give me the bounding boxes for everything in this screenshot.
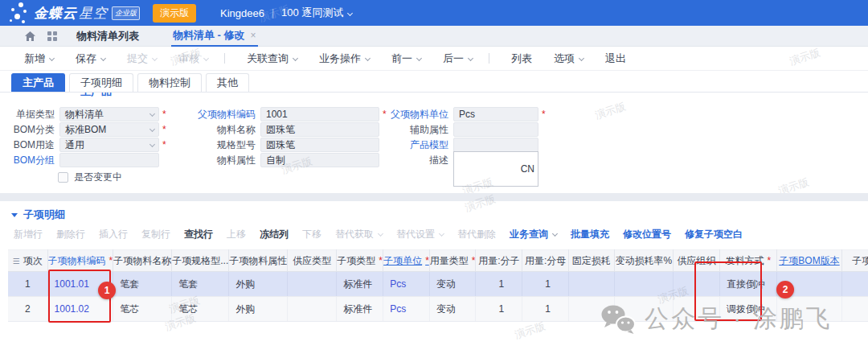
- tab-material-list[interactable]: 物料清单列表: [76, 29, 139, 43]
- modify-position-button[interactable]: 修改位置号: [623, 228, 671, 241]
- tab-bar: 物料清单列表 物料清单 - 修改 ×: [0, 26, 868, 47]
- substitute-get-button[interactable]: 替代获取: [335, 228, 383, 241]
- bom-group-input[interactable]: [59, 153, 159, 167]
- cell-sub-unit-link[interactable]: Pcs: [383, 297, 430, 322]
- chevron-down-icon: [416, 55, 422, 60]
- column-header-numerator[interactable]: 用量:分子: [476, 250, 522, 272]
- material-attr-input[interactable]: 自制: [260, 153, 379, 167]
- cell-denominator[interactable]: 1: [522, 297, 569, 322]
- cell-variable-loss[interactable]: [614, 272, 673, 297]
- field-bom-category: BOM分类 标准BOM *: [6, 122, 166, 137]
- next-button[interactable]: 后一: [443, 51, 473, 66]
- column-header-seq[interactable]: ☰项次: [8, 250, 47, 272]
- spec-model-input[interactable]: 圆珠笔: [260, 138, 379, 152]
- cell-sub-spec[interactable]: 笔套: [172, 272, 229, 297]
- audit-button[interactable]: 审核: [178, 51, 208, 66]
- related-query-button[interactable]: 关联查询: [247, 51, 297, 66]
- description-textarea[interactable]: CN: [453, 151, 538, 187]
- cell-sub-product[interactable]: [842, 272, 868, 297]
- tab-material-edit-active[interactable]: 物料清单 - 修改 ×: [171, 26, 258, 47]
- kingdee-logo-icon: [8, 2, 34, 24]
- parent-unit-input[interactable]: Pcs: [453, 107, 538, 121]
- list-button[interactable]: 列表: [511, 51, 532, 66]
- insert-row-button[interactable]: 插入行: [99, 228, 128, 241]
- find-row-button[interactable]: 查找行: [184, 228, 213, 241]
- column-header-supply-type[interactable]: 供应类型: [288, 250, 337, 272]
- column-header-fixed-loss[interactable]: 固定损耗: [568, 250, 614, 272]
- column-header-sub-product[interactable]: 子项产品: [842, 250, 868, 272]
- product-model-input[interactable]: [453, 138, 538, 152]
- move-up-button[interactable]: 上移: [227, 228, 246, 241]
- save-button[interactable]: 保存: [76, 51, 105, 66]
- bom-category-select[interactable]: 标准BOM: [59, 122, 159, 137]
- parent-code-link-label[interactable]: 父项物料编码: [153, 108, 256, 121]
- cell-numerator[interactable]: 1: [476, 272, 522, 297]
- tab-sub-item-detail[interactable]: 子项明细: [69, 73, 133, 92]
- organization-selector[interactable]: 100 逐同测试: [281, 6, 343, 20]
- batch-fill-button[interactable]: 批量填充: [571, 228, 609, 241]
- business-operation-button[interactable]: 业务操作: [319, 51, 370, 66]
- cell-sub-name[interactable]: 笔套: [113, 272, 172, 297]
- cell-sub-attr[interactable]: 外购: [229, 297, 288, 322]
- tab-other[interactable]: 其他: [206, 73, 249, 92]
- bom-usage-select[interactable]: 通用: [59, 138, 159, 152]
- cell-sub-type[interactable]: 标准件: [337, 297, 383, 322]
- list-icon: ☰: [13, 257, 20, 266]
- previous-button[interactable]: 前一: [391, 51, 421, 66]
- changing-checkbox[interactable]: [58, 172, 68, 183]
- add-row-button[interactable]: 新增行: [14, 228, 43, 241]
- column-header-sub-bom-version[interactable]: 子项BOM版本: [776, 250, 842, 272]
- cell-sub-product[interactable]: [842, 297, 868, 322]
- tab-material-control[interactable]: 物料控制: [137, 73, 202, 92]
- cell-numerator[interactable]: 1: [476, 297, 522, 322]
- detail-section-header[interactable]: 子项明细: [0, 201, 868, 222]
- cell-supply-type[interactable]: [288, 272, 337, 297]
- business-query-button[interactable]: 业务查询: [510, 228, 557, 241]
- exit-button[interactable]: 退出: [605, 51, 626, 66]
- cell-sub-name[interactable]: 笔芯: [113, 297, 172, 322]
- copy-row-button[interactable]: 复制行: [141, 228, 170, 241]
- column-header-variable-loss[interactable]: 变动损耗率%: [614, 250, 673, 272]
- substitute-set-button[interactable]: 替代设置: [396, 228, 444, 241]
- cell-sub-spec[interactable]: 笔芯: [172, 297, 229, 322]
- product-model-link-label[interactable]: 产品模型: [375, 138, 448, 152]
- parent-code-input[interactable]: 1001: [260, 107, 379, 121]
- column-header-sub-name[interactable]: 子项物料名称: [113, 250, 172, 272]
- chevron-down-icon[interactable]: [347, 10, 353, 15]
- cell-fixed-loss[interactable]: [568, 272, 614, 297]
- cell-seq[interactable]: 1: [8, 272, 47, 297]
- cell-sub-type[interactable]: 标准件: [337, 272, 383, 297]
- column-header-sub-unit[interactable]: 子项单位*: [383, 250, 430, 272]
- aux-attr-input[interactable]: [453, 122, 538, 137]
- cell-denominator[interactable]: 1: [522, 272, 569, 297]
- apps-grid-icon[interactable]: [47, 31, 57, 41]
- cell-usage-type[interactable]: 变动: [429, 297, 476, 322]
- column-header-sub-spec[interactable]: 子项规格型...: [172, 250, 229, 272]
- column-header-sub-attr[interactable]: 子项物料属性: [229, 250, 288, 272]
- freeze-column-button[interactable]: 冻结列: [260, 228, 289, 241]
- column-header-sub-code[interactable]: 子项物料编码*: [47, 250, 113, 272]
- bill-type-select[interactable]: 物料清单: [59, 107, 159, 121]
- column-header-sub-type[interactable]: 子项类型*: [337, 250, 383, 272]
- column-header-usage-type[interactable]: 用量类型*: [429, 250, 476, 272]
- material-name-input[interactable]: 圆珠笔: [260, 122, 379, 137]
- close-icon[interactable]: ×: [251, 30, 256, 41]
- cell-supply-type[interactable]: [288, 297, 337, 322]
- column-header-denominator[interactable]: 用量:分母: [522, 250, 569, 272]
- options-button[interactable]: 选项: [554, 51, 583, 66]
- substitute-delete-button[interactable]: 替代删除: [457, 228, 496, 241]
- cell-seq[interactable]: 2: [8, 297, 47, 322]
- submit-button[interactable]: 提交: [127, 51, 157, 66]
- cell-sub-unit-link[interactable]: Pcs: [383, 272, 430, 297]
- parent-unit-link-label[interactable]: 父项物料单位: [375, 108, 448, 121]
- cell-sub-attr[interactable]: 外购: [229, 272, 288, 297]
- delete-row-button[interactable]: 删除行: [56, 228, 85, 241]
- move-down-button[interactable]: 下移: [302, 228, 321, 241]
- bom-group-link-label[interactable]: BOM分组: [6, 154, 55, 167]
- tab-main-product[interactable]: 主产品: [11, 73, 65, 92]
- repair-blank-button[interactable]: 修复子项空白: [685, 228, 743, 241]
- home-icon[interactable]: [24, 31, 36, 42]
- cell-usage-type[interactable]: 变动: [429, 272, 476, 297]
- field-label: BOM用途: [6, 138, 55, 152]
- new-button[interactable]: 新增: [24, 51, 54, 66]
